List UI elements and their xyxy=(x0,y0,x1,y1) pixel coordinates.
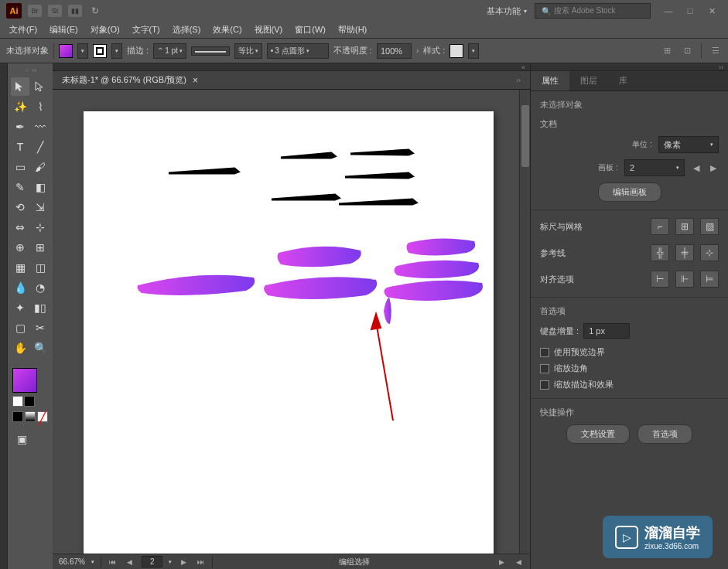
fill-color-main[interactable] xyxy=(12,368,37,393)
first-page[interactable]: ⏮ xyxy=(108,557,118,567)
align-icon[interactable]: ⊞ xyxy=(661,45,673,57)
vertical-scrollbar[interactable] xyxy=(519,90,530,554)
menu-file[interactable]: 文件(F) xyxy=(3,22,43,37)
menu-view[interactable]: 视图(V) xyxy=(248,22,289,37)
menu-select[interactable]: 选择(S) xyxy=(166,22,207,37)
style-dropdown[interactable]: ▾ xyxy=(468,43,479,59)
scale-tool[interactable]: ⇲ xyxy=(31,198,50,216)
close-tab-icon[interactable]: × xyxy=(193,75,198,86)
pen-tool[interactable]: ✒ xyxy=(11,118,29,136)
menu-type[interactable]: 文字(T) xyxy=(126,22,166,37)
style-swatch[interactable] xyxy=(449,44,463,58)
menu-effect[interactable]: 效果(C) xyxy=(207,22,248,37)
scale-strokes-checkbox[interactable]: 缩放描边和效果 xyxy=(540,379,719,390)
sync-icon[interactable]: ↻ xyxy=(88,5,102,17)
width-tool[interactable]: ⇔ xyxy=(11,218,29,237)
fill-swatch[interactable] xyxy=(59,44,73,58)
artboard-prev[interactable]: ◀ xyxy=(691,162,702,173)
type-tool[interactable]: T xyxy=(11,138,29,156)
swap-colors[interactable] xyxy=(24,396,35,407)
document-tab[interactable]: 未标题-1* @ 66.67% (RGB/预览) × ›› xyxy=(53,71,530,90)
workspace-selector[interactable]: 基本功能▾ xyxy=(479,2,535,20)
swatch-none[interactable]: ╱ xyxy=(37,411,48,422)
grid-icon[interactable]: ⊞ xyxy=(675,218,694,235)
search-adobe-stock[interactable]: 🔍 搜索 Adobe Stock xyxy=(535,3,651,19)
ruler-icon[interactable]: ⌐ xyxy=(651,218,669,235)
tab-layers[interactable]: 图层 xyxy=(569,71,608,90)
artboard-next[interactable]: ▶ xyxy=(708,162,719,173)
menu-help[interactable]: 帮助(H) xyxy=(332,22,373,37)
eraser-tool[interactable]: ◧ xyxy=(31,178,50,196)
tab-libraries[interactable]: 库 xyxy=(608,71,638,90)
menu-object[interactable]: 对象(O) xyxy=(84,22,126,37)
lasso-tool[interactable]: ⌇ xyxy=(31,97,50,116)
zoom-tool[interactable]: 🔍 xyxy=(31,339,50,357)
units-select[interactable]: 像素▾ xyxy=(658,136,719,153)
snap-pixel-icon[interactable]: ⊢ xyxy=(651,271,669,288)
paintbrush-tool[interactable]: 🖌 xyxy=(31,158,50,176)
swatch-fill[interactable] xyxy=(12,411,23,422)
tab-properties[interactable]: 属性 xyxy=(531,71,569,90)
menu-window[interactable]: 窗口(W) xyxy=(289,22,332,37)
bridge-icon[interactable]: Br xyxy=(28,5,42,17)
free-transform-tool[interactable]: ⊹ xyxy=(31,218,50,237)
magic-wand-tool[interactable]: ✨ xyxy=(11,97,29,116)
stroke-profile[interactable] xyxy=(191,46,230,56)
symbol-sprayer-tool[interactable]: ✦ xyxy=(11,298,29,317)
close-button[interactable]: ✕ xyxy=(702,3,722,19)
stroke-swatch[interactable] xyxy=(93,44,107,58)
edit-artboard-button[interactable]: 编辑画板 xyxy=(598,182,661,202)
direct-selection-tool[interactable] xyxy=(31,77,50,96)
selection-tool[interactable] xyxy=(11,77,29,96)
transform-icon[interactable]: ⊡ xyxy=(681,45,693,57)
panel-collapse-top[interactable]: « xyxy=(53,63,530,71)
default-colors[interactable] xyxy=(12,396,23,407)
artboard-select[interactable]: 2▾ xyxy=(624,159,685,176)
perspective-tool[interactable]: ⊞ xyxy=(31,238,50,257)
scale-corners-checkbox[interactable]: 缩放边角 xyxy=(540,363,719,374)
line-tool[interactable]: ╱ xyxy=(31,138,50,156)
last-page[interactable]: ⏭ xyxy=(195,557,206,567)
maximize-button[interactable]: □ xyxy=(680,3,700,19)
shaper-tool[interactable]: ✎ xyxy=(11,178,29,196)
shape-builder-tool[interactable]: ⊕ xyxy=(11,238,29,257)
artboard-tool[interactable]: ▢ xyxy=(11,319,29,337)
opacity-input[interactable] xyxy=(377,43,412,59)
page-number[interactable]: 2 xyxy=(142,556,163,567)
zoom-level[interactable]: 66.67% xyxy=(59,557,85,566)
artboard[interactable] xyxy=(84,111,494,554)
curvature-tool[interactable]: 〰 xyxy=(31,118,50,136)
rectangle-tool[interactable]: ▭ xyxy=(11,158,29,176)
document-setup-button[interactable]: 文档设置 xyxy=(566,424,630,444)
eyedropper-tool[interactable]: 💧 xyxy=(11,278,29,297)
list-icon[interactable]: ☰ xyxy=(709,45,722,57)
snap-grid-icon[interactable]: ⊨ xyxy=(700,271,719,288)
fill-dropdown[interactable]: ▾ xyxy=(77,43,88,59)
rotate-tool[interactable]: ⟲ xyxy=(11,198,29,216)
prev-page[interactable]: ◀ xyxy=(125,557,135,567)
preview-bounds-checkbox[interactable]: 使用预览边界 xyxy=(540,346,719,358)
blend-tool[interactable]: ◔ xyxy=(31,278,50,297)
scroll-left[interactable]: ▶ xyxy=(496,557,507,567)
stroke-dropdown[interactable]: ▾ xyxy=(111,43,122,59)
swatch-gradient[interactable] xyxy=(25,411,36,422)
arrange-icon[interactable]: ▮▮ xyxy=(68,5,82,17)
brush-dd[interactable]: • 3 点圆形 ▾ xyxy=(267,43,329,59)
smart-guide-icon[interactable]: ⊹ xyxy=(700,244,719,261)
snap-point-icon[interactable]: ⊩ xyxy=(675,271,694,288)
guide-lock-icon[interactable]: ╪ xyxy=(675,244,694,261)
canvas-viewport[interactable] xyxy=(53,90,519,554)
stroke-style-dd[interactable]: 等比 ▾ xyxy=(234,43,262,59)
mesh-tool[interactable]: ▦ xyxy=(11,258,29,277)
guide-show-icon[interactable]: ╬ xyxy=(651,244,669,261)
stroke-weight[interactable]: ⌃ 1 pt ▾ xyxy=(153,43,186,59)
key-increment-input[interactable] xyxy=(583,323,630,339)
panel-collapse-right[interactable]: ›› xyxy=(531,63,728,71)
next-page[interactable]: ▶ xyxy=(178,557,189,567)
scroll-right[interactable]: ◀ xyxy=(513,557,524,567)
scroll-thumb[interactable] xyxy=(521,105,529,167)
hand-tool[interactable]: ✋ xyxy=(11,339,29,357)
transparency-icon[interactable]: ▨ xyxy=(700,218,719,235)
screen-mode[interactable]: ▣ xyxy=(12,430,31,448)
stock-icon[interactable]: St xyxy=(48,5,62,17)
